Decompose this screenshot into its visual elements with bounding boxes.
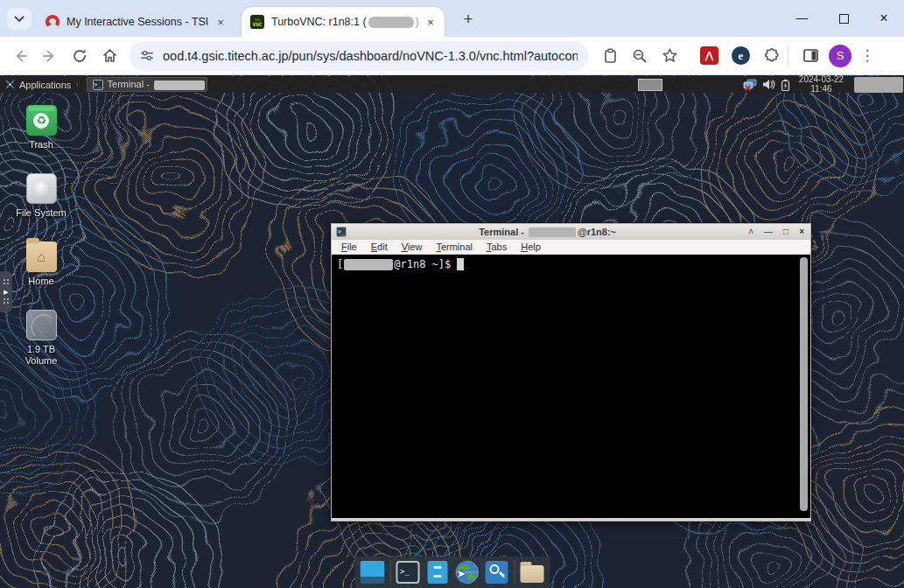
desktop-icon-home[interactable]: ⌂ Home	[14, 242, 68, 287]
shade-button[interactable]: ˄	[748, 228, 753, 236]
show-desktop-button[interactable]	[360, 560, 385, 585]
zoom-level-button[interactable]	[625, 41, 655, 71]
globe-icon: ➤	[455, 560, 480, 584]
bookmark-button[interactable]	[655, 41, 684, 71]
terminal-window[interactable]: >_ Terminal - @r1n8:~ ˄ — □ × File Edit …	[331, 223, 811, 522]
kebab-menu-icon: ⋮	[860, 46, 875, 65]
tab-turbovnc[interactable]: no VNC TurboVNC: r1n8:1 () - n ×	[242, 7, 445, 37]
side-panel-button[interactable]	[795, 41, 825, 71]
clipboard-icon	[603, 48, 618, 64]
reload-button[interactable]	[65, 41, 95, 71]
redacted-username	[529, 228, 576, 237]
file-manager-launcher[interactable]	[424, 560, 450, 585]
profile-button[interactable]: S	[825, 41, 855, 71]
volume-icon[interactable]	[762, 79, 775, 90]
redacted-tray-item	[854, 77, 903, 93]
terminal-icon: >_	[396, 561, 419, 584]
terminal-menubar: File Edit View Terminal Tabs Help	[332, 240, 810, 255]
forward-button[interactable]	[35, 41, 65, 71]
panel-clock[interactable]: 2024-03-22 11:46	[799, 75, 844, 94]
minimize-button[interactable]: —	[764, 228, 773, 236]
power-manager-icon[interactable]	[781, 79, 790, 91]
acrobat-extension-icon[interactable]: ⋀	[700, 46, 718, 65]
address-bar[interactable]: ood.t4.gsic.titech.ac.jp/pun/sys/dashboa…	[130, 41, 588, 71]
tab-interactive-sessions[interactable]: My Interactive Sessions - TSUBA ×	[37, 7, 235, 37]
panel-date: 2024-03-22	[799, 75, 844, 85]
menu-file[interactable]: File	[335, 241, 363, 253]
terminal-icon: >_	[336, 227, 347, 237]
media-controls-button[interactable]	[595, 41, 625, 71]
terminal-icon: >_	[93, 80, 103, 90]
taskbar-terminal-button[interactable]: >_ Terminal - @r1...	[87, 77, 207, 92]
menu-edit[interactable]: Edit	[365, 241, 394, 253]
tab-title: TurboVNC: r1n8:1 () - n	[271, 16, 418, 28]
tab-close-icon[interactable]: ×	[424, 15, 438, 29]
vnc-viewport[interactable]: Applications ⁞ >_ Terminal - @r1... 2024…	[0, 75, 904, 588]
app-finder-launcher[interactable]	[484, 560, 509, 585]
desktop-icon-label: File System	[16, 207, 66, 219]
home-folder-icon: ⌂	[26, 242, 57, 272]
browser-tab-strip: My Interactive Sessions - TSUBA × no VNC…	[0, 0, 904, 37]
terminal-titlebar[interactable]: >_ Terminal - @r1n8:~ ˄ — □ ×	[332, 224, 810, 240]
file-cabinet-icon	[427, 561, 447, 584]
hard-drive-icon	[26, 173, 57, 204]
dock-separator	[514, 560, 515, 584]
menu-terminal[interactable]: Terminal	[430, 241, 479, 253]
network-status-icon[interactable]	[743, 79, 757, 91]
url-text: ood.t4.gsic.titech.ac.jp/pun/sys/dashboa…	[163, 49, 578, 63]
forward-arrow-icon	[42, 48, 58, 64]
redacted-username	[344, 259, 393, 270]
handle-dots	[3, 278, 10, 286]
expand-arrow-icon: ▶	[4, 289, 8, 295]
terminal-launcher[interactable]: >_	[395, 560, 420, 585]
toolbar-divider	[788, 47, 788, 65]
xfce-logo-icon	[4, 79, 16, 90]
folder-launcher[interactable]	[519, 560, 544, 585]
desktop-icon-volume[interactable]: 1.9 TB Volume	[14, 310, 68, 367]
new-tab-button[interactable]: +	[457, 8, 480, 31]
desktop-icon-label: Home	[28, 276, 53, 287]
handle-dots	[3, 298, 10, 305]
chevron-down-icon	[14, 16, 25, 23]
taskbar-label: Terminal - @r1...	[108, 79, 207, 90]
menu-view[interactable]: View	[396, 241, 429, 253]
tab-search-button[interactable]	[7, 8, 32, 30]
desktop-icon-file-system[interactable]: File System	[14, 173, 68, 219]
browser-menu-button[interactable]: ⋮	[855, 41, 879, 71]
avatar: S	[829, 45, 851, 67]
site-info-icon	[140, 48, 154, 63]
terminal-title: Terminal - @r1n8:~	[351, 227, 744, 238]
applications-menu-button[interactable]: Applications ⁞	[0, 76, 83, 93]
panel-time: 11:46	[799, 85, 844, 94]
web-browser-launcher[interactable]: ➤	[454, 560, 480, 585]
back-button[interactable]	[5, 41, 35, 71]
workspace-switcher[interactable]	[638, 79, 662, 91]
menu-help[interactable]: Help	[515, 241, 547, 253]
folder-icon	[520, 565, 543, 583]
browser-toolbar: ood.t4.gsic.titech.ac.jp/pun/sys/dashboa…	[0, 37, 904, 75]
removable-volume-icon	[26, 310, 57, 340]
redacted-username	[154, 80, 205, 90]
xfce-dock-panel: >_ ➤	[354, 556, 550, 588]
menu-tabs[interactable]: Tabs	[480, 241, 513, 253]
home-button[interactable]	[95, 41, 124, 71]
desktop-icon-label: 1.9 TB Volume	[14, 344, 68, 367]
zoom-out-magnifier-icon	[632, 48, 648, 64]
terminal-cursor	[457, 258, 464, 270]
tab-close-icon[interactable]: ×	[214, 15, 228, 29]
terminal-screen[interactable]: [@r1n8 ~]$	[332, 255, 810, 521]
close-button[interactable]: ×	[799, 228, 804, 236]
window-minimize-button[interactable]	[781, 0, 822, 37]
e-extension-icon[interactable]: e	[732, 46, 750, 65]
novnc-control-handle[interactable]: ▶	[0, 271, 12, 312]
ondemand-favicon-icon	[46, 15, 60, 29]
maximize-icon	[839, 14, 849, 24]
side-panel-icon	[802, 47, 819, 64]
tab-title: My Interactive Sessions - TSUBA	[67, 16, 208, 28]
terminal-scrollbar[interactable]	[800, 257, 808, 511]
maximize-button[interactable]: □	[783, 228, 788, 236]
desktop-icon-trash[interactable]: ♻ Trash	[14, 105, 68, 150]
extensions-button[interactable]	[763, 47, 781, 65]
window-close-button[interactable]: ×	[864, 0, 904, 37]
window-maximize-button[interactable]	[823, 0, 864, 37]
